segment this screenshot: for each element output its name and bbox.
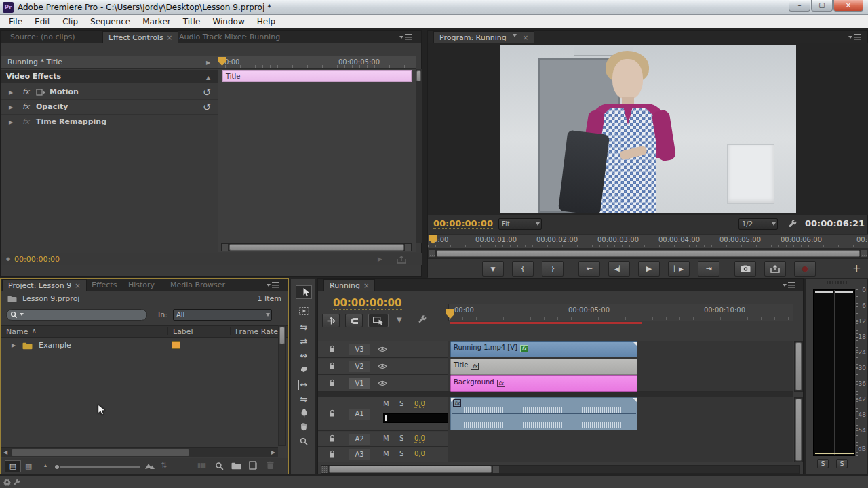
scroll-grip[interactable] <box>861 250 867 257</box>
tab-media-browser[interactable]: Media Browser <box>165 279 231 291</box>
track-name[interactable]: V1 <box>349 378 370 389</box>
ec-hscrollbar[interactable] <box>221 243 412 251</box>
menu-window[interactable]: Window <box>206 15 250 28</box>
zoom-tool[interactable] <box>291 437 317 445</box>
restore-button[interactable]: ▢ <box>811 0 833 12</box>
column-name[interactable]: Name <box>6 327 28 336</box>
panel-menu-icon[interactable] <box>268 282 279 288</box>
export-frame-button[interactable] <box>734 261 756 277</box>
add-marker-button[interactable]: ▼ <box>482 261 504 277</box>
search-box[interactable] <box>6 309 147 321</box>
lock-icon[interactable] <box>329 379 336 387</box>
menu-marker[interactable]: Marker <box>136 15 176 28</box>
ec-vscroll-thumb[interactable] <box>416 70 421 81</box>
slide-tool[interactable]: ⇋ <box>291 394 317 404</box>
menu-sequence[interactable]: Sequence <box>84 15 136 28</box>
zoom-out-icon[interactable]: ▴ <box>44 462 47 468</box>
track-name[interactable]: V3 <box>349 344 370 355</box>
column-frame-rate[interactable]: Frame Rate <box>235 327 278 336</box>
program-timecode[interactable]: 00:00:00:00 <box>433 218 493 229</box>
tab-program[interactable]: Program: Running × <box>433 31 534 43</box>
export-media-button[interactable] <box>764 261 786 277</box>
menu-title[interactable]: Title <box>177 15 207 28</box>
track-name[interactable]: A1 <box>349 409 370 420</box>
label-swatch[interactable] <box>172 341 180 349</box>
minimize-button[interactable]: – <box>789 0 810 12</box>
eye-icon[interactable] <box>378 380 387 386</box>
zoom-in-icon[interactable] <box>144 461 155 470</box>
ec-row-opacity[interactable]: ▶ fx Opacity ↺ <box>1 100 218 115</box>
tab-close-icon[interactable]: × <box>523 34 528 41</box>
ec-row-motion[interactable]: ▶ fx Motion ↺ <box>1 85 218 100</box>
tab-close-icon[interactable]: × <box>75 282 80 289</box>
tab-effect-controls[interactable]: Effect Controls× <box>102 31 178 43</box>
eye-icon[interactable] <box>378 346 387 352</box>
hand-tool[interactable] <box>291 422 317 431</box>
solo-button[interactable]: S <box>399 434 403 442</box>
solo-left-button[interactable]: S <box>817 459 829 468</box>
menu-edit[interactable]: Edit <box>28 15 56 28</box>
track-name[interactable]: V2 <box>349 361 370 372</box>
ec-vscrollbar[interactable] <box>416 69 422 243</box>
scroll-right-icon[interactable]: ▶ <box>271 449 275 455</box>
play-button[interactable]: ▶ <box>638 261 660 277</box>
sort-icon[interactable]: ⇅ <box>161 461 167 470</box>
menu-clip[interactable]: Clip <box>56 15 84 28</box>
scroll-grip[interactable] <box>493 466 499 473</box>
export-icon[interactable] <box>397 256 406 264</box>
timeline-hscrollbar[interactable] <box>321 465 800 474</box>
lock-icon[interactable] <box>329 434 336 443</box>
tab-audio-mixer[interactable]: Audio Track Mixer: Running <box>174 31 285 43</box>
menu-file[interactable]: File <box>3 15 28 28</box>
quality-select[interactable]: 1/2 <box>738 218 778 230</box>
lock-icon[interactable] <box>329 450 336 458</box>
expand-icon[interactable]: ▶ <box>12 342 16 348</box>
mute-button[interactable]: M <box>383 450 389 458</box>
add-marker-icon[interactable]: ▼ <box>397 316 402 323</box>
selection-tool[interactable] <box>296 285 312 299</box>
eye-icon[interactable] <box>378 363 387 369</box>
tab-sequence-running[interactable]: Running× <box>323 279 375 291</box>
slip-tool[interactable]: ↔ <box>291 380 317 390</box>
track-volume[interactable]: 0,0 <box>414 400 425 408</box>
timeline-timecode[interactable]: 00:00:00:00 <box>333 297 402 310</box>
panel-menu-icon[interactable] <box>784 282 795 288</box>
scroll-left-icon[interactable]: ◀ <box>3 449 7 455</box>
tab-project[interactable]: Project: Lesson 9× <box>2 279 87 291</box>
tab-effects[interactable]: Effects <box>86 279 122 291</box>
ripple-edit-tool[interactable]: ⇆ <box>291 322 317 332</box>
chevron-down-icon[interactable] <box>20 313 24 318</box>
chevron-right-icon[interactable]: ▶ <box>206 57 210 69</box>
close-button[interactable]: × <box>833 0 863 12</box>
reset-icon[interactable]: ↺ <box>203 102 211 113</box>
ec-hscroll-thumb[interactable] <box>229 244 404 251</box>
tab-source[interactable]: Source: (no clips) <box>5 31 81 43</box>
rolling-edit-tool[interactable]: ⇄ <box>291 336 317 346</box>
insert-overwrite-button[interactable] <box>322 314 340 327</box>
ec-ruler[interactable]: 0:00 00:00:05:00 <box>218 56 416 69</box>
go-to-in-button[interactable]: ⇤ <box>578 261 600 277</box>
project-vscrollbar[interactable] <box>278 325 286 446</box>
tab-history[interactable]: History <box>123 279 160 291</box>
ec-timecode[interactable]: 00:00:00:00 <box>14 255 60 264</box>
solo-button[interactable]: S <box>399 400 403 407</box>
panel-menu-icon[interactable] <box>401 34 412 40</box>
clip-running-audio[interactable]: fx <box>450 397 637 430</box>
scroll-grip[interactable] <box>405 244 411 251</box>
button-editor-plus[interactable]: + <box>852 262 861 274</box>
panel-menu-icon[interactable] <box>850 34 861 40</box>
chevron-down-icon[interactable] <box>513 34 517 39</box>
fit-select[interactable]: Fit <box>498 218 542 230</box>
track-volume[interactable]: 0,0 <box>414 434 425 443</box>
expand-icon[interactable]: ▶ <box>9 89 13 96</box>
in-select[interactable]: All <box>173 309 272 321</box>
audio-vscrollbar[interactable] <box>794 397 803 462</box>
ec-section-video-effects[interactable]: Video Effects ▲ <box>1 70 218 83</box>
mute-button[interactable]: M <box>383 434 389 442</box>
clip-title[interactable]: Titlefx <box>450 359 637 375</box>
scroll-grip[interactable] <box>321 466 328 473</box>
project-vscroll-thumb[interactable] <box>279 327 285 344</box>
play-audio-icon[interactable]: ▶ <box>378 256 382 262</box>
snap-button[interactable] <box>345 314 363 327</box>
search-input[interactable] <box>27 310 142 319</box>
